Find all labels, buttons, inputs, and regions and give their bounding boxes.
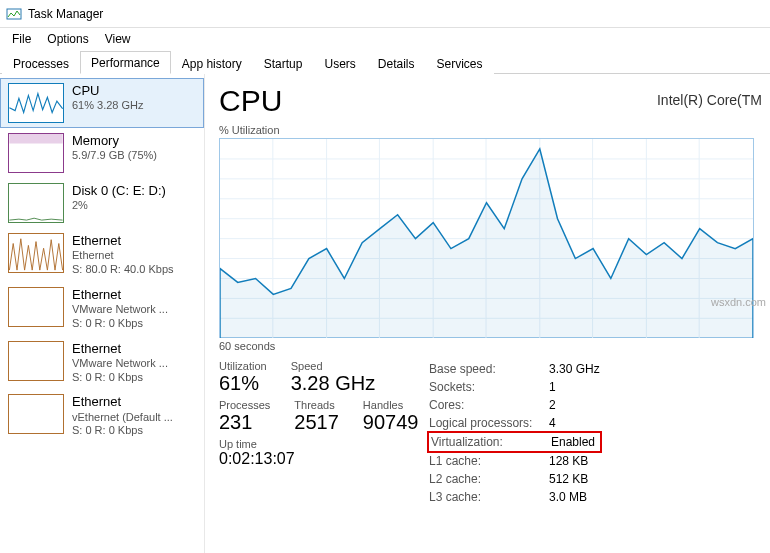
ethernet-thumb-icon (8, 287, 64, 327)
info-key: Logical processors: (429, 414, 549, 432)
window-title: Task Manager (28, 7, 103, 21)
info-key: Virtualization: (431, 433, 551, 451)
tab-processes[interactable]: Processes (2, 52, 80, 74)
info-row: Virtualization:Enabled (427, 431, 602, 453)
menu-file[interactable]: File (4, 30, 39, 48)
sidebar-item-sub2: S: 0 R: 0 Kbps (72, 371, 168, 385)
utilization-label: Utilization (219, 360, 267, 372)
menu-view[interactable]: View (97, 30, 139, 48)
threads-label: Threads (294, 399, 339, 411)
info-row: L3 cache:3.0 MB (429, 488, 600, 506)
memory-thumb-icon (8, 133, 64, 173)
info-key: L1 cache: (429, 452, 549, 470)
sidebar-item-ethernet-2[interactable]: Ethernet VMware Network ... S: 0 R: 0 Kb… (0, 282, 204, 336)
ethernet-thumb-icon (8, 233, 64, 273)
info-row: Base speed:3.30 GHz (429, 360, 600, 378)
watermark: wsxdn.com (711, 296, 766, 308)
sidebar-item-ethernet-1[interactable]: Ethernet Ethernet S: 80.0 R: 40.0 Kbps (0, 228, 204, 282)
sidebar-item-sub: 5.9/7.9 GB (75%) (72, 149, 157, 163)
titlebar: Task Manager (0, 0, 770, 28)
sidebar-item-sub: 61% 3.28 GHz (72, 99, 144, 113)
info-table: Base speed:3.30 GHzSockets:1Cores:2Logic… (429, 360, 600, 506)
processes-label: Processes (219, 399, 270, 411)
threads-value: 2517 (294, 411, 339, 434)
info-value: 512 KB (549, 470, 588, 488)
chart-footer: 60 seconds (219, 340, 762, 352)
sidebar: CPU 61% 3.28 GHz Memory 5.9/7.9 GB (75%)… (0, 74, 205, 553)
info-value: Enabled (551, 433, 595, 451)
chart-label: % Utilization (219, 124, 762, 136)
uptime-value: 0:02:13:07 (219, 450, 429, 468)
sidebar-item-label: CPU (72, 83, 144, 99)
content: CPU 61% 3.28 GHz Memory 5.9/7.9 GB (75%)… (0, 74, 770, 553)
tab-users[interactable]: Users (313, 52, 366, 74)
cpu-utilization-chart (219, 138, 754, 338)
info-value: 3.30 GHz (549, 360, 600, 378)
sidebar-item-label: Ethernet (72, 233, 174, 249)
info-value: 1 (549, 378, 556, 396)
handles-value: 90749 (363, 411, 419, 434)
speed-value: 3.28 GHz (291, 372, 375, 395)
sidebar-item-cpu[interactable]: CPU 61% 3.28 GHz (0, 78, 204, 128)
handles-label: Handles (363, 399, 419, 411)
disk-thumb-icon (8, 183, 64, 223)
sidebar-item-ethernet-3[interactable]: Ethernet VMware Network ... S: 0 R: 0 Kb… (0, 336, 204, 390)
info-key: Sockets: (429, 378, 549, 396)
tab-app-history[interactable]: App history (171, 52, 253, 74)
detail-pane: CPU Intel(R) Core(TM % Utilization 60 se… (205, 74, 770, 553)
sidebar-item-sub: vEthernet (Default ... (72, 411, 173, 425)
sidebar-item-sub: VMware Network ... (72, 357, 168, 371)
sidebar-item-sub: Ethernet (72, 249, 174, 263)
processes-value: 231 (219, 411, 270, 434)
menubar: File Options View (0, 28, 770, 50)
sidebar-item-sub2: S: 0 R: 0 Kbps (72, 424, 173, 438)
sidebar-item-label: Ethernet (72, 341, 168, 357)
detail-title: CPU (219, 84, 282, 118)
info-row: L2 cache:512 KB (429, 470, 600, 488)
sidebar-item-memory[interactable]: Memory 5.9/7.9 GB (75%) (0, 128, 204, 178)
sidebar-item-sub: VMware Network ... (72, 303, 168, 317)
sidebar-item-label: Memory (72, 133, 157, 149)
sidebar-item-ethernet-4[interactable]: Ethernet vEthernet (Default ... S: 0 R: … (0, 389, 204, 443)
tab-services[interactable]: Services (426, 52, 494, 74)
svg-rect-1 (9, 134, 62, 144)
info-row: Logical processors:4 (429, 414, 600, 432)
app-icon (6, 6, 22, 22)
sidebar-item-sub: 2% (72, 199, 166, 213)
info-key: Cores: (429, 396, 549, 414)
uptime-label: Up time (219, 438, 429, 450)
sidebar-item-disk[interactable]: Disk 0 (C: E: D:) 2% (0, 178, 204, 228)
cpu-thumb-icon (8, 83, 64, 123)
ethernet-thumb-icon (8, 341, 64, 381)
sidebar-item-label: Ethernet (72, 394, 173, 410)
ethernet-thumb-icon (8, 394, 64, 434)
info-row: Cores:2 (429, 396, 600, 414)
speed-label: Speed (291, 360, 375, 372)
info-value: 4 (549, 414, 556, 432)
sidebar-item-sub2: S: 0 R: 0 Kbps (72, 317, 168, 331)
menu-options[interactable]: Options (39, 30, 96, 48)
info-value: 128 KB (549, 452, 588, 470)
cpu-model: Intel(R) Core(TM (657, 84, 762, 108)
sidebar-item-sub2: S: 80.0 R: 40.0 Kbps (72, 263, 174, 277)
info-key: L2 cache: (429, 470, 549, 488)
sidebar-item-label: Ethernet (72, 287, 168, 303)
info-key: Base speed: (429, 360, 549, 378)
info-value: 2 (549, 396, 556, 414)
info-row: L1 cache:128 KB (429, 452, 600, 470)
utilization-value: 61% (219, 372, 267, 395)
tab-startup[interactable]: Startup (253, 52, 314, 74)
tab-performance[interactable]: Performance (80, 51, 171, 74)
sidebar-item-label: Disk 0 (C: E: D:) (72, 183, 166, 199)
info-value: 3.0 MB (549, 488, 587, 506)
info-row: Sockets:1 (429, 378, 600, 396)
tab-details[interactable]: Details (367, 52, 426, 74)
tabbar: Processes Performance App history Startu… (0, 50, 770, 74)
info-key: L3 cache: (429, 488, 549, 506)
